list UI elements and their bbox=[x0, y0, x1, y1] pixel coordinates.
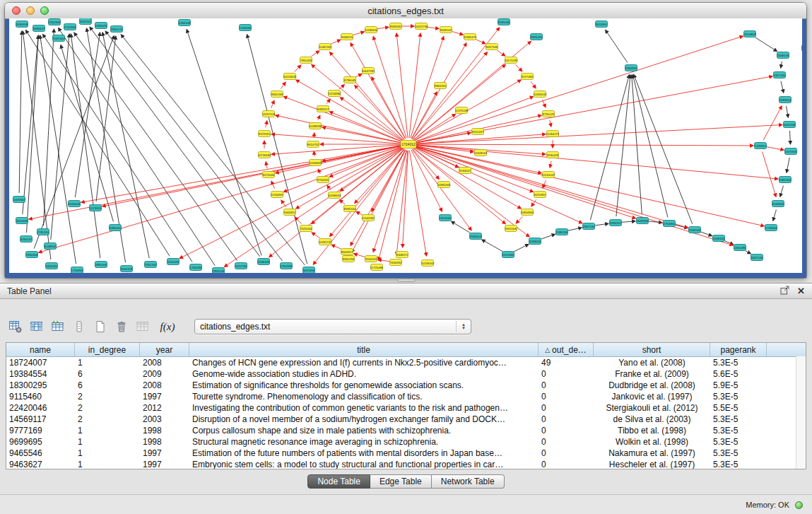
table-row[interactable]: 2242004622012Investigating the contribut… bbox=[6, 402, 806, 414]
table-mode-button[interactable] bbox=[69, 317, 88, 337]
network-node[interactable]: 9465812 bbox=[284, 209, 296, 216]
column-header-out_degree[interactable]: △out_de… bbox=[539, 343, 594, 356]
network-node[interactable]: 11830475 bbox=[464, 34, 477, 40]
network-node[interactable]: 12408163 bbox=[474, 150, 488, 156]
close-window-button[interactable] bbox=[12, 6, 20, 15]
network-node[interactable]: 1928453 bbox=[713, 235, 725, 242]
column-header-title[interactable]: title bbox=[189, 343, 539, 356]
network-node[interactable]: 8327546 bbox=[486, 44, 498, 50]
network-node[interactable]: 1649308 bbox=[637, 218, 649, 224]
network-node[interactable]: 2648153 bbox=[777, 52, 789, 59]
network-node[interactable]: 3021856 bbox=[303, 267, 315, 274]
network-node[interactable]: 12280654 bbox=[365, 27, 378, 33]
close-panel-icon[interactable]: ✕ bbox=[797, 286, 805, 296]
table-row[interactable]: 1872400712008Changes of HCN gene express… bbox=[6, 357, 806, 368]
column-header-name[interactable]: name bbox=[6, 343, 75, 356]
network-node[interactable]: 9068215 bbox=[341, 34, 353, 40]
network-node[interactable]: 3160842 bbox=[772, 201, 784, 207]
network-node[interactable]: 1750834 bbox=[71, 267, 83, 274]
network-node[interactable]: 3182046 bbox=[689, 227, 701, 233]
network-node[interactable]: 3150426 bbox=[167, 259, 180, 265]
network-node[interactable]: 10224635 bbox=[283, 74, 297, 80]
network-node[interactable]: 3415208 bbox=[784, 122, 796, 128]
network-node[interactable]: 1760283 bbox=[190, 264, 202, 271]
network-node[interactable]: 8614752 bbox=[307, 141, 319, 148]
show-columns-button[interactable] bbox=[27, 317, 46, 337]
panel-splitter-handle[interactable] bbox=[397, 279, 416, 282]
network-node[interactable]: 1573920 bbox=[90, 205, 102, 211]
network-node[interactable]: 7625344 bbox=[300, 226, 312, 232]
network-node[interactable]: 3405261 bbox=[46, 263, 58, 269]
network-node[interactable]: 2074365 bbox=[502, 252, 514, 258]
network-node[interactable]: 3248016 bbox=[529, 238, 541, 245]
table-row[interactable]: 977716911998Corpus callosum shape and si… bbox=[6, 425, 806, 436]
network-node[interactable]: 10412758 bbox=[415, 23, 428, 30]
network-node[interactable]: 2590614 bbox=[779, 97, 792, 103]
combobox-stepper-icon[interactable]: ▲ ▼ bbox=[456, 321, 466, 332]
network-node[interactable]: 1154808 bbox=[744, 31, 756, 37]
network-node[interactable]: 10982465 bbox=[437, 182, 451, 188]
network-node[interactable]: 8841269 bbox=[271, 91, 283, 98]
table-vertical-scrollbar[interactable] bbox=[796, 356, 806, 469]
new-column-button[interactable] bbox=[90, 317, 110, 337]
network-node[interactable]: 10156342 bbox=[421, 260, 435, 267]
table-row[interactable]: 1938455462009Genome-wide association stu… bbox=[6, 368, 806, 380]
network-node[interactable]: 8470951 bbox=[534, 192, 546, 198]
network-node[interactable]: 1894306 bbox=[26, 252, 38, 258]
function-builder-button[interactable]: f(x) bbox=[154, 317, 181, 337]
network-node[interactable]: 8796045 bbox=[344, 77, 356, 83]
network-node[interactable]: 8569341 bbox=[390, 23, 402, 30]
network-node[interactable]: 12465032 bbox=[534, 91, 547, 98]
network-node[interactable]: 12234980 bbox=[328, 90, 341, 97]
network-node[interactable]: 3412765 bbox=[235, 263, 247, 269]
network-node[interactable]: 2461085 bbox=[734, 245, 746, 251]
network-node[interactable]: 9308571 bbox=[396, 252, 408, 258]
network-node[interactable]: 3524961 bbox=[596, 21, 608, 28]
network-node[interactable]: 8750126 bbox=[543, 111, 555, 117]
network-node[interactable]: 9646102 bbox=[440, 27, 452, 33]
network-node[interactable]: 1836425 bbox=[95, 23, 107, 29]
network-node[interactable]: 3064158 bbox=[121, 266, 133, 272]
network-node[interactable]: 1952406 bbox=[49, 19, 61, 25]
network-node[interactable]: 2083614 bbox=[470, 233, 482, 240]
network-node[interactable]: 2741853 bbox=[64, 24, 76, 30]
network-node[interactable]: 10854962 bbox=[521, 209, 534, 216]
network-node[interactable]: 7951428 bbox=[300, 57, 312, 64]
network-node[interactable]: 11375248 bbox=[455, 107, 469, 114]
network-node[interactable]: 9372651 bbox=[259, 131, 271, 137]
network-node[interactable]: 1586240 bbox=[556, 229, 568, 235]
network-node[interactable]: 2613408 bbox=[16, 218, 28, 224]
zoom-window-button[interactable] bbox=[40, 6, 49, 15]
network-node[interactable]: 1764530 bbox=[240, 25, 252, 31]
network-node[interactable]: 3480627 bbox=[33, 25, 45, 32]
table-source-combobox[interactable]: citations_edges.txt ▲ ▼ bbox=[194, 319, 471, 334]
network-node[interactable]: 2954170 bbox=[111, 26, 123, 33]
network-node[interactable]: 11254907 bbox=[271, 192, 284, 198]
network-node[interactable]: 2616043 bbox=[69, 201, 81, 207]
network-node[interactable]: 9321506 bbox=[505, 226, 517, 232]
float-panel-icon[interactable] bbox=[780, 286, 789, 297]
network-node[interactable]: 8521437 bbox=[472, 129, 484, 135]
network-node[interactable]: 12057318 bbox=[262, 111, 276, 117]
network-node[interactable]: 11064273 bbox=[546, 131, 560, 137]
network-node[interactable]: 2867134 bbox=[583, 223, 595, 230]
network-node[interactable]: 2765310 bbox=[37, 229, 49, 235]
network-node[interactable]: 1472653 bbox=[785, 148, 797, 155]
network-node[interactable]: 3250147 bbox=[20, 236, 33, 243]
network-node[interactable]: 11487263 bbox=[319, 44, 332, 50]
network-node[interactable]: 3094257 bbox=[610, 220, 622, 226]
network-node[interactable]: 3187462 bbox=[53, 35, 65, 42]
network-node[interactable]: 1648209 bbox=[258, 259, 270, 265]
network-node[interactable]: 12306845 bbox=[309, 160, 322, 166]
network-node[interactable]: 1595812 bbox=[755, 143, 767, 149]
network-node[interactable]: 9194527 bbox=[459, 168, 471, 174]
network-node[interactable]: 1914545 bbox=[440, 215, 452, 221]
network-node[interactable]: 2456108 bbox=[179, 20, 191, 26]
delete-columns-button[interactable] bbox=[112, 317, 131, 337]
network-node[interactable]: 2750861 bbox=[664, 221, 676, 227]
network-view[interactable]: 1724012763459291541038604917103917427625… bbox=[9, 18, 802, 273]
network-node[interactable]: 9482617 bbox=[317, 106, 329, 112]
network-node[interactable]: 10268453 bbox=[328, 192, 341, 199]
table-options-button[interactable] bbox=[6, 317, 25, 337]
network-node[interactable]: 1932760 bbox=[145, 262, 157, 268]
